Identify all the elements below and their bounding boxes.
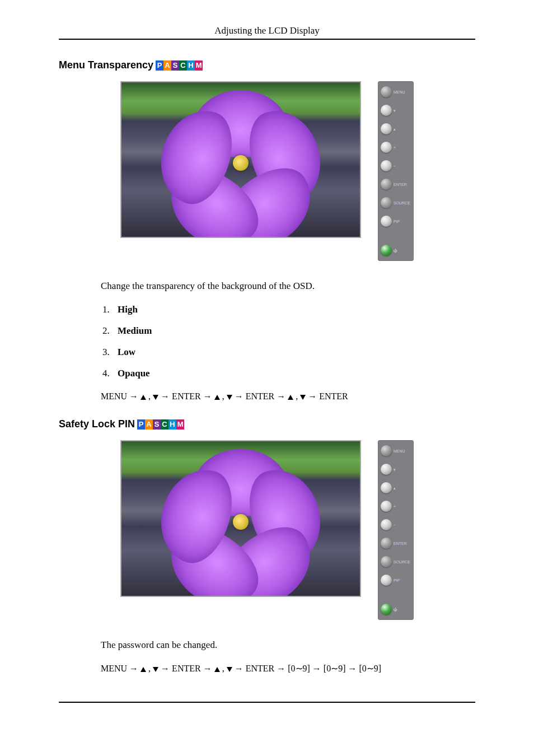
list-item: High [112, 304, 475, 315]
navigation-sequence: MENU → , → ENTER → , → ENTER → [0∼9] → [… [101, 663, 475, 674]
panel-label: SOURCE [394, 560, 410, 564]
panel-label: ⏻ [394, 249, 397, 253]
panel-minus-button[interactable]: − [381, 518, 411, 531]
button-dot-icon [381, 160, 392, 171]
preview-image-flower [120, 81, 361, 238]
button-dot-icon [381, 556, 392, 567]
panel-label: MENU [394, 90, 405, 94]
section-body: Change the transparency of the backgroun… [101, 281, 475, 402]
badge-a-icon: A [163, 60, 171, 71]
running-head: Adjusting the LCD Display [59, 25, 475, 39]
option-medium: Medium [118, 325, 152, 336]
button-dot-icon [381, 519, 392, 530]
nav-menu: MENU [101, 391, 127, 401]
button-dot-icon [381, 538, 392, 549]
down-arrow-icon [153, 667, 158, 672]
nav-enter: ENTER [246, 664, 275, 673]
panel-down-button[interactable]: ▾ [381, 104, 411, 117]
badge-p-icon: P [137, 419, 145, 430]
page: Adjusting the LCD Display Menu Transpare… [0, 0, 534, 756]
list-item: Low [112, 347, 475, 358]
panel-plus-button[interactable]: + [381, 500, 411, 513]
mode-badge: P A S C H M [137, 419, 184, 430]
panel-label: − [394, 523, 396, 527]
panel-power-button[interactable]: ⏻ [381, 244, 411, 257]
top-rule [59, 39, 475, 40]
preview-image-flower [120, 440, 361, 597]
navigation-sequence: MENU → , → ENTER → , → ENTER → , → ENTER [101, 391, 475, 402]
button-dot-icon [381, 105, 392, 116]
section-title-row: Menu Transparency P A S C H M [59, 59, 475, 71]
panel-label: ▴ [394, 127, 396, 131]
badge-c-icon: C [161, 419, 168, 430]
button-dot-icon [381, 482, 392, 493]
panel-enter-button[interactable]: ENTER [381, 178, 411, 191]
option-low: Low [118, 347, 135, 357]
button-dot-icon [381, 142, 392, 153]
panel-menu-button[interactable]: MENU [381, 85, 411, 99]
nav-digits: [0∼9] [288, 664, 310, 673]
panel-label: MENU [394, 449, 405, 453]
monitor-button-panel: MENU ▾ ▴ + − ENTER SOURCE PIP ⏻ [378, 440, 414, 620]
section-description: Change the transparency of the backgroun… [101, 281, 475, 292]
section-title-menu-transparency: Menu Transparency [59, 59, 153, 71]
button-dot-icon [381, 123, 392, 134]
down-arrow-icon [227, 395, 232, 400]
badge-c-icon: C [179, 60, 187, 71]
panel-down-button[interactable]: ▾ [381, 463, 411, 476]
panel-pip-button[interactable]: PIP [381, 214, 411, 228]
button-dot-icon [381, 179, 392, 190]
panel-up-button[interactable]: ▴ [381, 481, 411, 494]
panel-label: ▾ [394, 468, 396, 472]
button-dot-icon [381, 197, 392, 208]
badge-p-icon: P [156, 60, 163, 71]
panel-menu-button[interactable]: MENU [381, 444, 411, 458]
button-dot-icon [381, 86, 392, 97]
power-icon [381, 245, 392, 256]
panel-pip-button[interactable]: PIP [381, 573, 411, 587]
section-title-safety-lock-pin: Safety Lock PIN [59, 418, 135, 430]
button-dot-icon [381, 445, 392, 456]
panel-label: + [394, 146, 396, 150]
nav-menu: MENU [101, 664, 127, 673]
panel-label: ▾ [394, 109, 396, 113]
panel-label: SOURCE [394, 201, 410, 205]
options-list: High Medium Low Opaque [112, 304, 475, 379]
panel-enter-button[interactable]: ENTER [381, 536, 411, 550]
preview-row: MENU ▾ ▴ + − ENTER SOURCE PIP ⏻ [59, 440, 475, 620]
panel-label: PIP [394, 578, 400, 582]
panel-power-button[interactable]: ⏻ [381, 603, 411, 616]
up-arrow-icon [288, 395, 293, 400]
panel-plus-button[interactable]: + [381, 141, 411, 154]
monitor-button-panel: MENU ▾ ▴ + − ENTER SOURCE PIP ⏻ [378, 81, 414, 261]
nav-digits: [0∼9] [324, 664, 346, 673]
panel-label: ▴ [394, 486, 396, 490]
panel-label: − [394, 164, 396, 168]
list-item: Opaque [112, 368, 475, 379]
preview-row: MENU ▾ ▴ + − ENTER SOURCE PIP ⏻ [59, 81, 475, 261]
panel-source-button[interactable]: SOURCE [381, 196, 411, 209]
section-body: The password can be changed. MENU → , → … [101, 640, 475, 674]
up-arrow-icon [214, 395, 220, 400]
badge-m-icon: M [176, 419, 184, 430]
mode-badge: P A S C H M [156, 60, 203, 71]
power-icon [381, 604, 392, 615]
panel-source-button[interactable]: SOURCE [381, 555, 411, 568]
down-arrow-icon [300, 395, 306, 400]
option-opaque: Opaque [118, 368, 150, 379]
button-dot-icon [381, 464, 392, 475]
panel-label: ENTER [394, 183, 407, 186]
nav-enter: ENTER [319, 391, 348, 401]
panel-minus-button[interactable]: − [381, 159, 411, 172]
panel-label: PIP [394, 220, 400, 223]
panel-label: ⏻ [394, 608, 397, 612]
section-title-row: Safety Lock PIN P A S C H M [59, 418, 475, 430]
panel-up-button[interactable]: ▴ [381, 122, 411, 136]
list-item: Medium [112, 325, 475, 337]
badge-h-icon: H [168, 419, 176, 430]
button-dot-icon [381, 216, 392, 227]
nav-enter: ENTER [172, 664, 201, 673]
badge-a-icon: A [145, 419, 153, 430]
button-dot-icon [381, 575, 392, 586]
nav-enter: ENTER [246, 391, 275, 401]
